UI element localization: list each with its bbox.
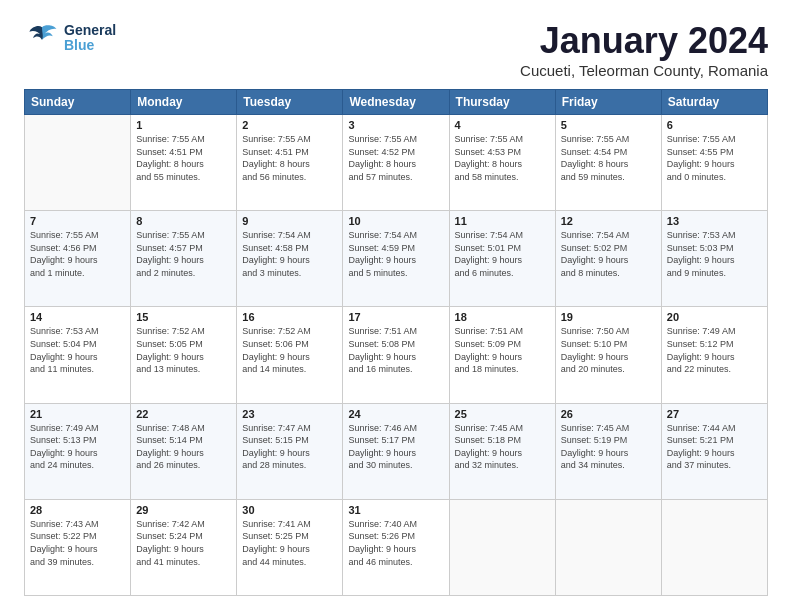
day-number: 10: [348, 215, 443, 227]
logo-blue-text: Blue: [64, 38, 116, 53]
day-info: Sunrise: 7:55 AMSunset: 4:53 PMDaylight:…: [455, 133, 550, 183]
calendar-cell: 16Sunrise: 7:52 AMSunset: 5:06 PMDayligh…: [237, 307, 343, 403]
calendar-cell: 24Sunrise: 7:46 AMSunset: 5:17 PMDayligh…: [343, 403, 449, 499]
title-block: January 2024 Cucueti, Teleorman County, …: [520, 20, 768, 79]
day-info: Sunrise: 7:41 AMSunset: 5:25 PMDaylight:…: [242, 518, 337, 568]
month-title: January 2024: [520, 20, 768, 62]
calendar-cell: 31Sunrise: 7:40 AMSunset: 5:26 PMDayligh…: [343, 499, 449, 595]
calendar-cell: 17Sunrise: 7:51 AMSunset: 5:08 PMDayligh…: [343, 307, 449, 403]
calendar-cell: 15Sunrise: 7:52 AMSunset: 5:05 PMDayligh…: [131, 307, 237, 403]
day-info: Sunrise: 7:51 AMSunset: 5:09 PMDaylight:…: [455, 325, 550, 375]
day-number: 23: [242, 408, 337, 420]
day-info: Sunrise: 7:46 AMSunset: 5:17 PMDaylight:…: [348, 422, 443, 472]
day-number: 27: [667, 408, 762, 420]
calendar-week-3: 14Sunrise: 7:53 AMSunset: 5:04 PMDayligh…: [25, 307, 768, 403]
header: General Blue January 2024 Cucueti, Teleo…: [24, 20, 768, 79]
day-number: 13: [667, 215, 762, 227]
day-info: Sunrise: 7:44 AMSunset: 5:21 PMDaylight:…: [667, 422, 762, 472]
day-info: Sunrise: 7:47 AMSunset: 5:15 PMDaylight:…: [242, 422, 337, 472]
th-thursday: Thursday: [449, 90, 555, 115]
day-info: Sunrise: 7:55 AMSunset: 4:54 PMDaylight:…: [561, 133, 656, 183]
day-info: Sunrise: 7:55 AMSunset: 4:56 PMDaylight:…: [30, 229, 125, 279]
calendar-cell: [449, 499, 555, 595]
day-info: Sunrise: 7:45 AMSunset: 5:19 PMDaylight:…: [561, 422, 656, 472]
calendar-cell: 22Sunrise: 7:48 AMSunset: 5:14 PMDayligh…: [131, 403, 237, 499]
day-info: Sunrise: 7:55 AMSunset: 4:52 PMDaylight:…: [348, 133, 443, 183]
day-number: 28: [30, 504, 125, 516]
day-number: 31: [348, 504, 443, 516]
day-number: 5: [561, 119, 656, 131]
day-number: 16: [242, 311, 337, 323]
calendar-cell: 26Sunrise: 7:45 AMSunset: 5:19 PMDayligh…: [555, 403, 661, 499]
day-info: Sunrise: 7:49 AMSunset: 5:12 PMDaylight:…: [667, 325, 762, 375]
th-friday: Friday: [555, 90, 661, 115]
day-info: Sunrise: 7:49 AMSunset: 5:13 PMDaylight:…: [30, 422, 125, 472]
calendar-cell: 25Sunrise: 7:45 AMSunset: 5:18 PMDayligh…: [449, 403, 555, 499]
calendar-cell: [25, 115, 131, 211]
calendar-cell: 14Sunrise: 7:53 AMSunset: 5:04 PMDayligh…: [25, 307, 131, 403]
day-number: 3: [348, 119, 443, 131]
day-info: Sunrise: 7:51 AMSunset: 5:08 PMDaylight:…: [348, 325, 443, 375]
calendar-cell: 10Sunrise: 7:54 AMSunset: 4:59 PMDayligh…: [343, 211, 449, 307]
day-info: Sunrise: 7:52 AMSunset: 5:05 PMDaylight:…: [136, 325, 231, 375]
location-subtitle: Cucueti, Teleorman County, Romania: [520, 62, 768, 79]
calendar-cell: 6Sunrise: 7:55 AMSunset: 4:55 PMDaylight…: [661, 115, 767, 211]
logo-general-text: General: [64, 23, 116, 38]
day-number: 19: [561, 311, 656, 323]
day-number: 22: [136, 408, 231, 420]
day-info: Sunrise: 7:55 AMSunset: 4:51 PMDaylight:…: [242, 133, 337, 183]
day-number: 15: [136, 311, 231, 323]
calendar-cell: 3Sunrise: 7:55 AMSunset: 4:52 PMDaylight…: [343, 115, 449, 211]
calendar-cell: 7Sunrise: 7:55 AMSunset: 4:56 PMDaylight…: [25, 211, 131, 307]
day-number: 7: [30, 215, 125, 227]
weekday-row: Sunday Monday Tuesday Wednesday Thursday…: [25, 90, 768, 115]
calendar-cell: 21Sunrise: 7:49 AMSunset: 5:13 PMDayligh…: [25, 403, 131, 499]
day-info: Sunrise: 7:55 AMSunset: 4:57 PMDaylight:…: [136, 229, 231, 279]
day-info: Sunrise: 7:42 AMSunset: 5:24 PMDaylight:…: [136, 518, 231, 568]
day-info: Sunrise: 7:43 AMSunset: 5:22 PMDaylight:…: [30, 518, 125, 568]
calendar-cell: 27Sunrise: 7:44 AMSunset: 5:21 PMDayligh…: [661, 403, 767, 499]
calendar-cell: 23Sunrise: 7:47 AMSunset: 5:15 PMDayligh…: [237, 403, 343, 499]
day-number: 20: [667, 311, 762, 323]
day-info: Sunrise: 7:55 AMSunset: 4:55 PMDaylight:…: [667, 133, 762, 183]
calendar-cell: 9Sunrise: 7:54 AMSunset: 4:58 PMDaylight…: [237, 211, 343, 307]
th-monday: Monday: [131, 90, 237, 115]
day-number: 30: [242, 504, 337, 516]
calendar-table: Sunday Monday Tuesday Wednesday Thursday…: [24, 89, 768, 596]
logo-icon: [24, 20, 60, 56]
calendar-week-4: 21Sunrise: 7:49 AMSunset: 5:13 PMDayligh…: [25, 403, 768, 499]
calendar-cell: [555, 499, 661, 595]
day-number: 6: [667, 119, 762, 131]
calendar-cell: [661, 499, 767, 595]
day-info: Sunrise: 7:53 AMSunset: 5:03 PMDaylight:…: [667, 229, 762, 279]
day-number: 8: [136, 215, 231, 227]
day-info: Sunrise: 7:54 AMSunset: 5:01 PMDaylight:…: [455, 229, 550, 279]
calendar-cell: 20Sunrise: 7:49 AMSunset: 5:12 PMDayligh…: [661, 307, 767, 403]
day-info: Sunrise: 7:45 AMSunset: 5:18 PMDaylight:…: [455, 422, 550, 472]
calendar-cell: 18Sunrise: 7:51 AMSunset: 5:09 PMDayligh…: [449, 307, 555, 403]
th-saturday: Saturday: [661, 90, 767, 115]
calendar-week-1: 1Sunrise: 7:55 AMSunset: 4:51 PMDaylight…: [25, 115, 768, 211]
calendar-cell: 30Sunrise: 7:41 AMSunset: 5:25 PMDayligh…: [237, 499, 343, 595]
day-info: Sunrise: 7:50 AMSunset: 5:10 PMDaylight:…: [561, 325, 656, 375]
day-number: 9: [242, 215, 337, 227]
calendar-week-2: 7Sunrise: 7:55 AMSunset: 4:56 PMDaylight…: [25, 211, 768, 307]
day-number: 29: [136, 504, 231, 516]
day-number: 12: [561, 215, 656, 227]
day-number: 24: [348, 408, 443, 420]
calendar-cell: 4Sunrise: 7:55 AMSunset: 4:53 PMDaylight…: [449, 115, 555, 211]
day-number: 14: [30, 311, 125, 323]
day-number: 18: [455, 311, 550, 323]
day-number: 17: [348, 311, 443, 323]
calendar-cell: 1Sunrise: 7:55 AMSunset: 4:51 PMDaylight…: [131, 115, 237, 211]
calendar-cell: 19Sunrise: 7:50 AMSunset: 5:10 PMDayligh…: [555, 307, 661, 403]
calendar-cell: 12Sunrise: 7:54 AMSunset: 5:02 PMDayligh…: [555, 211, 661, 307]
day-info: Sunrise: 7:55 AMSunset: 4:51 PMDaylight:…: [136, 133, 231, 183]
day-number: 1: [136, 119, 231, 131]
page: General Blue January 2024 Cucueti, Teleo…: [0, 0, 792, 612]
day-info: Sunrise: 7:54 AMSunset: 4:59 PMDaylight:…: [348, 229, 443, 279]
day-number: 4: [455, 119, 550, 131]
calendar-cell: 11Sunrise: 7:54 AMSunset: 5:01 PMDayligh…: [449, 211, 555, 307]
calendar-header: Sunday Monday Tuesday Wednesday Thursday…: [25, 90, 768, 115]
th-wednesday: Wednesday: [343, 90, 449, 115]
